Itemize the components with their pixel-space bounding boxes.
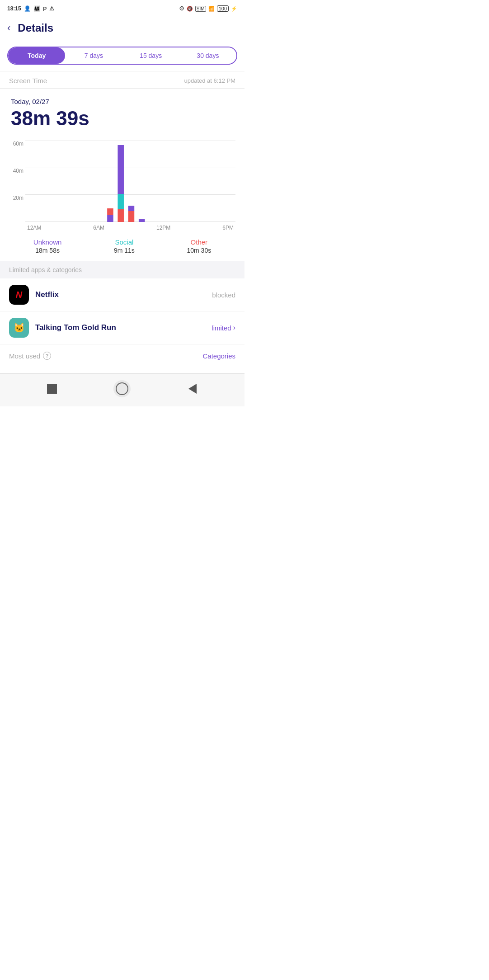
period-7days[interactable]: 7 days bbox=[65, 47, 122, 64]
main-stats: Today, 02/27 38m 39s bbox=[0, 89, 244, 141]
sim-icon: SIM bbox=[195, 6, 206, 12]
recent-button[interactable] bbox=[113, 380, 131, 397]
wifi-icon: 📶 bbox=[208, 6, 215, 12]
period-15days[interactable]: 15 days bbox=[122, 47, 179, 64]
svg-rect-7 bbox=[139, 219, 145, 222]
cat-other-time: 10m 30s bbox=[187, 247, 211, 254]
bluetooth-icon: ⭙ bbox=[179, 6, 184, 11]
chart-area: 60m 40m 20m bbox=[9, 141, 235, 231]
header: ‹ Details bbox=[0, 16, 244, 40]
app-item-netflix[interactable]: N Netflix blocked bbox=[0, 278, 244, 311]
period-selector: Today 7 days 15 days 30 days bbox=[7, 47, 237, 65]
app-item-tom[interactable]: 🐱 Talking Tom Gold Run limited › bbox=[0, 311, 244, 344]
mute-icon: 🔇 bbox=[187, 6, 193, 12]
netflix-status: blocked bbox=[212, 291, 235, 299]
x-label-12am: 12AM bbox=[27, 225, 41, 231]
tom-chevron: › bbox=[233, 324, 235, 332]
help-icon[interactable]: ? bbox=[43, 352, 51, 360]
screen-time-header: Screen Time updated at 6:12 PM bbox=[0, 71, 244, 88]
cat-social-time: 9m 11s bbox=[114, 247, 135, 254]
svg-rect-4 bbox=[118, 145, 124, 194]
most-used-row: Most used ? Categories bbox=[0, 344, 244, 364]
back-button[interactable]: ‹ bbox=[7, 22, 10, 34]
battery-icon: 100 bbox=[217, 5, 229, 12]
chart-x-labels: 12AM 6AM 12PM 6PM bbox=[25, 225, 235, 231]
screen-time-label: Screen Time bbox=[9, 77, 47, 85]
y-label-60: 60m bbox=[9, 141, 24, 147]
svg-rect-5 bbox=[128, 211, 135, 222]
netflix-icon: N bbox=[9, 285, 29, 305]
x-label-12pm: 12PM bbox=[156, 225, 170, 231]
y-label-20: 20m bbox=[9, 195, 24, 201]
person-icon: 👤 bbox=[24, 5, 31, 12]
x-label-6pm: 6PM bbox=[222, 225, 234, 231]
header-divider bbox=[0, 40, 244, 40]
limited-apps-section: Limited apps & categories bbox=[0, 261, 244, 278]
svg-rect-1 bbox=[107, 208, 113, 215]
total-time: 38m 39s bbox=[11, 107, 234, 130]
cat-unknown-time: 18m 58s bbox=[35, 247, 60, 254]
category-legend: Unknown 18m 58s Social 9m 11s Other 10m … bbox=[0, 231, 244, 258]
tom-status: limited bbox=[212, 324, 231, 332]
chart-container: 60m 40m 20m bbox=[0, 141, 244, 231]
period-30days[interactable]: 30 days bbox=[179, 47, 236, 64]
cat-social: Social 9m 11s bbox=[114, 238, 135, 254]
y-label-40: 40m bbox=[9, 168, 24, 174]
app-list: N Netflix blocked 🐱 Talking Tom Gold Run… bbox=[0, 278, 244, 344]
cat-other: Other 10m 30s bbox=[187, 238, 211, 254]
back-button-nav[interactable] bbox=[186, 382, 199, 395]
most-used-label: Most used bbox=[9, 352, 40, 360]
svg-rect-3 bbox=[118, 194, 124, 209]
family-icon: 👨‍👩‍👧 bbox=[33, 5, 40, 12]
svg-rect-2 bbox=[118, 209, 124, 222]
cat-other-name: Other bbox=[191, 238, 208, 246]
home-button[interactable] bbox=[46, 382, 58, 395]
page-title: Details bbox=[18, 22, 53, 34]
circle-icon bbox=[116, 382, 128, 395]
triangle-icon bbox=[188, 384, 197, 394]
status-left: 18:15 👤 👨‍👩‍👧 P ⚠ bbox=[7, 5, 54, 12]
cat-unknown-name: Unknown bbox=[33, 238, 62, 246]
x-label-6am: 6AM bbox=[93, 225, 104, 231]
most-used-left: Most used ? bbox=[9, 352, 51, 360]
bottom-nav bbox=[0, 373, 244, 406]
cat-social-name: Social bbox=[115, 238, 133, 246]
chart-y-labels: 60m 40m 20m bbox=[9, 141, 24, 231]
chart-svg bbox=[25, 141, 235, 222]
netflix-name: Netflix bbox=[35, 290, 212, 299]
time-label: 18:15 bbox=[7, 5, 21, 12]
tom-icon: 🐱 bbox=[9, 318, 29, 338]
limited-section-label: Limited apps & categories bbox=[9, 266, 82, 273]
period-today[interactable]: Today bbox=[8, 47, 65, 64]
status-bar: 18:15 👤 👨‍👩‍👧 P ⚠ ⭙ 🔇 SIM 📶 100 ⚡ bbox=[0, 0, 244, 16]
updated-label: updated at 6:12 PM bbox=[184, 77, 235, 84]
svg-rect-0 bbox=[107, 215, 113, 222]
tom-name: Talking Tom Gold Run bbox=[35, 323, 212, 332]
svg-rect-6 bbox=[128, 206, 135, 211]
square-icon bbox=[47, 384, 57, 394]
date-label: Today, 02/27 bbox=[11, 98, 234, 105]
categories-button[interactable]: Categories bbox=[202, 352, 235, 360]
status-right: ⭙ 🔇 SIM 📶 100 ⚡ bbox=[179, 5, 237, 12]
cat-unknown: Unknown 18m 58s bbox=[33, 238, 62, 254]
warning-icon: ⚠ bbox=[49, 5, 54, 12]
parking-icon: P bbox=[43, 5, 47, 12]
charging-icon: ⚡ bbox=[231, 6, 237, 12]
